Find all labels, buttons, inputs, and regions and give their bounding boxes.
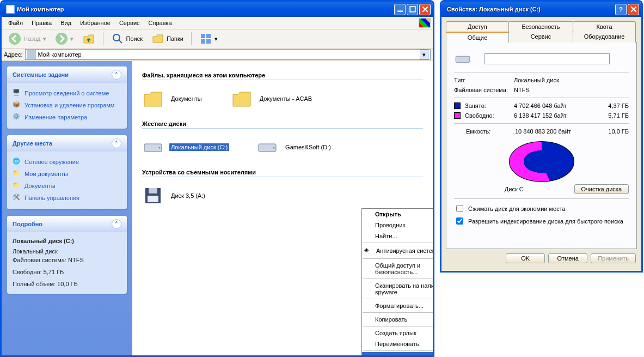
system-info-link[interactable]: 🖥️Просмотр сведений о системе	[13, 87, 121, 99]
svg-point-12	[273, 147, 275, 149]
link-label: Документы	[24, 183, 56, 189]
used-key: Занято:	[465, 102, 514, 109]
svg-rect-5	[201, 34, 205, 38]
context-menu-item[interactable]: Создать ярлык	[362, 328, 433, 338]
tab-general[interactable]: Общие	[446, 32, 509, 43]
menu-edit[interactable]: Правка	[27, 19, 56, 27]
details-total: Полный объем: 10,0 ГБ	[13, 280, 121, 288]
context-menu-item[interactable]: Переименовать	[362, 338, 433, 349]
tab-service[interactable]: Сервис	[508, 31, 573, 43]
minimize-button[interactable]	[394, 4, 406, 15]
folder-item[interactable]: Документы - ACAB	[231, 88, 314, 110]
explorer-window: Мой компьютер Файл Правка Вид Избранное …	[0, 0, 434, 357]
svg-point-10	[159, 147, 161, 149]
menu-tools[interactable]: Сервис	[115, 19, 144, 27]
help-button[interactable]: ?	[615, 4, 627, 15]
compress-checkbox-input[interactable]	[456, 205, 463, 212]
views-button[interactable]: ▾	[196, 31, 221, 47]
menu-file[interactable]: Файл	[4, 19, 27, 27]
floppy-icon	[142, 185, 164, 207]
context-menu-item[interactable]: Найти...	[362, 231, 433, 241]
maximize-button[interactable]	[407, 4, 418, 15]
tab-quota[interactable]: Квота	[573, 21, 636, 32]
ok-button[interactable]: OK	[506, 253, 545, 263]
tabs-row-1: Доступ Безопасность Квота	[446, 21, 637, 32]
folder-icon: 📁	[13, 170, 21, 178]
group-header[interactable]: Системные задачи˄	[7, 66, 127, 83]
details-fs: Файловая система: NTFS	[13, 256, 121, 264]
address-combo[interactable]: Мой компьютер ▾	[25, 49, 431, 60]
network-icon: 🌐	[13, 158, 21, 166]
item-label: Диск 3,5 (A:)	[169, 192, 207, 199]
close-button[interactable]	[419, 4, 431, 15]
group-header[interactable]: Подробно˄	[7, 216, 127, 232]
divider	[454, 123, 629, 124]
folder-icon	[231, 88, 253, 110]
context-menu-item[interactable]: Открыть	[362, 209, 433, 220]
chevron-up-icon: ˄	[112, 138, 121, 148]
views-icon	[199, 32, 212, 45]
section-files-header: Файлы, хранящиеся на этом компьютере	[142, 72, 423, 80]
folders-button[interactable]: Папки	[148, 31, 187, 47]
back-button[interactable]: Назад ▾	[5, 31, 50, 47]
search-button[interactable]: Поиск	[108, 31, 146, 47]
disk-cleanup-button[interactable]: Очистка диска	[574, 184, 629, 194]
menu-help[interactable]: Справка	[144, 19, 176, 27]
chevron-down-icon: ▾	[70, 35, 73, 43]
folder-item[interactable]: Документы	[142, 88, 204, 110]
context-menu-item[interactable]: ◈Антивирусная система NOD32	[362, 244, 433, 257]
fs-key: Файловая система:	[454, 87, 514, 93]
tab-security[interactable]: Безопасность	[508, 21, 573, 32]
forward-button[interactable]: ▾	[52, 31, 77, 47]
link-label: Мои документы	[24, 171, 68, 177]
up-button[interactable]	[79, 31, 99, 47]
cancel-button[interactable]: Отмена	[548, 253, 587, 263]
folders-label: Папки	[167, 35, 183, 42]
link-label: Панель управления	[24, 195, 79, 201]
section-removable-header: Устройства со съемными носителями	[142, 169, 423, 177]
context-menu-item[interactable]: Свойства	[362, 352, 433, 355]
context-menu-item[interactable]: Проводник	[362, 220, 433, 231]
index-checkbox-input[interactable]	[456, 217, 463, 225]
menu-fav[interactable]: Избранное	[76, 19, 115, 27]
control-panel-link[interactable]: 🛠️Панель управления	[13, 192, 121, 204]
svg-rect-14	[149, 188, 157, 193]
group-header[interactable]: Другие места˄	[7, 135, 127, 152]
my-documents-link[interactable]: 📁Мои документы	[13, 168, 121, 180]
context-menu-item[interactable]: Сканировать на наличие spyware	[362, 280, 433, 298]
drive-item-c[interactable]: Локальный диск (C:)	[142, 136, 229, 158]
context-menu-item[interactable]: Копировать	[362, 314, 433, 325]
drive-item-d[interactable]: Games&Soft (D:)	[256, 136, 333, 158]
windows-flag-icon	[419, 18, 431, 28]
drive-label-input[interactable]	[484, 53, 610, 64]
dialog-title-bar[interactable]: Свойства: Локальный диск (C:) ?	[441, 2, 641, 17]
menu-view[interactable]: Вид	[56, 19, 76, 27]
close-button[interactable]	[628, 4, 639, 15]
cap-key: Емкость:	[466, 128, 515, 135]
my-computer-icon	[6, 5, 15, 14]
listing-view[interactable]: Файлы, хранящиеся на этом компьютере Док…	[132, 61, 433, 355]
change-setting-link[interactable]: ⚙️Изменение параметра	[13, 111, 121, 123]
section-drives-header: Жесткие диски	[142, 120, 423, 129]
chevron-down-icon[interactable]: ▾	[420, 50, 428, 59]
context-menu-item[interactable]: Форматировать...	[362, 300, 433, 311]
cap-gb: 10,0 ГБ	[596, 128, 629, 135]
controlpanel-icon: 🛠️	[13, 193, 21, 202]
floppy-item[interactable]: Диск 3,5 (A:)	[142, 185, 207, 207]
index-checkbox[interactable]: Разрешить индексирование диска для быстр…	[454, 216, 629, 226]
tab-access[interactable]: Доступ	[446, 21, 509, 32]
compress-checkbox[interactable]: Сжимать диск для экономии места	[454, 203, 629, 214]
tab-content-general: Тип:Локальный диск Файловая система:NTFS…	[446, 42, 637, 249]
other-places-group: Другие места˄ 🌐Сетевое окружение 📁Мои до…	[7, 135, 127, 209]
menu-item-label: Свойства	[375, 354, 401, 355]
dialog-title: Свойства: Локальный диск (C:)	[444, 6, 615, 13]
network-places-link[interactable]: 🌐Сетевое окружение	[13, 156, 121, 168]
item-label: Документы - ACAB	[258, 95, 314, 102]
documents-link[interactable]: 📁Документы	[13, 180, 121, 192]
pie-label: Диск C	[454, 186, 574, 192]
title-bar[interactable]: Мой компьютер	[2, 2, 433, 17]
tab-hardware[interactable]: Оборудование	[573, 31, 636, 43]
context-menu-item[interactable]: Общий доступ и безопасность...	[362, 260, 433, 277]
add-remove-link[interactable]: 📦Установка и удаление программ	[13, 99, 121, 111]
apply-button[interactable]: Применить	[591, 253, 636, 263]
